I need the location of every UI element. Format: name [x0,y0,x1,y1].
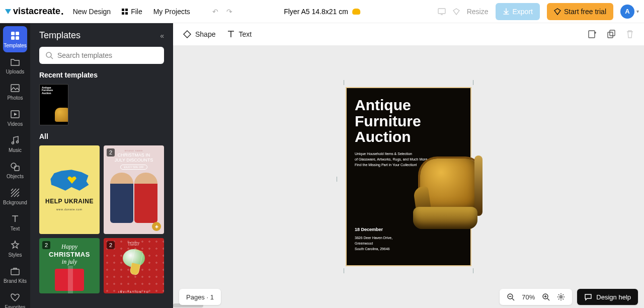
rail-objects-label: Objects [7,174,24,179]
rail-favorites[interactable]: Favorites [3,288,27,308]
rail-videos[interactable]: Videos [3,105,27,131]
canvas-stage[interactable]: Antique Furniture Auction Unique Househo… [173,45,644,308]
nav-my-projects[interactable]: My Projects [153,8,190,16]
recent-template-thumb[interactable]: Antique Furniture Auction [39,84,68,125]
design-help-button[interactable]: Design help [577,289,638,305]
export-button[interactable]: Export [496,3,540,20]
document-title-text: Flyer A5 14.8x21 cm [284,8,348,16]
account-menu[interactable]: A ▾ [620,5,639,19]
top-bar: vistacreate. New Design File My Projects… [0,0,644,23]
tool-shape-label: Shape [195,30,215,38]
template-help-ukraine[interactable]: HELP UKRAINE www.donate.com [39,145,100,234]
nav-my-projects-label: My Projects [153,8,190,16]
flyer-title-l2: Furniture [355,113,421,129]
flyer-addr-l3: South Carolina, 29646 [355,247,390,251]
top-nav: New Design File My Projects ↶ ↷ [73,8,232,16]
template-christmas-july-discounts[interactable]: 2 BRAND NAME CHRISTMAS INJULY DISCOUNTS … [104,145,164,234]
rail-brand-kits[interactable]: Brand Kits [3,262,27,288]
templates-grid-row2: 2 Happy CHRISTMAS in july 2 velkany COMP… [30,238,173,293]
zoom-level[interactable]: 70% [522,293,535,301]
svg-rect-0 [438,9,445,14]
avatar-initial: A [625,8,629,15]
svg-rect-5 [11,85,19,92]
canvas-area: Shape Text Antique Furniture [173,23,644,308]
start-trial-button[interactable]: Start free trial [547,3,613,20]
pages-indicator[interactable]: Pages · 1 [179,289,221,305]
trash-icon[interactable] [626,30,634,39]
rail-videos-label: Videos [8,121,23,127]
heart-icon [67,176,76,184]
present-icon[interactable] [438,8,446,15]
flyer-title[interactable]: Antique Furniture Auction [355,97,470,145]
redo-icon[interactable]: ↷ [226,8,232,16]
panel-title: Templates [39,30,80,41]
objects-icon [10,161,21,172]
left-icon-rail: Templates Uploads Photos Videos Music Ob… [0,23,30,308]
rail-text-label: Text [11,226,20,232]
videos-icon [10,109,21,120]
brand-kits-icon [10,266,21,277]
rail-photos[interactable]: Photos [3,79,27,105]
flyer-desc-l1: Unique Household Items & Selection [355,152,412,156]
brand-name-1: vista [13,6,34,17]
resize-button[interactable]: Resize [467,8,489,16]
artboard[interactable]: Antique Furniture Auction Unique Househo… [346,87,471,266]
file-grid-icon [122,9,128,15]
rail-uploads[interactable]: Uploads [3,52,27,79]
search-field[interactable] [39,47,164,64]
nav-new-design-label: New Design [73,8,111,16]
rail-music-label: Music [9,147,22,153]
zoom-in-icon[interactable] [542,293,550,301]
rail-templates[interactable]: Templates [3,26,27,52]
brand-logo[interactable]: vistacreate. [5,6,64,17]
main-area: Templates Uploads Photos Videos Music Ob… [0,23,644,308]
tpl2-people [110,173,157,223]
search-input[interactable] [57,51,158,59]
nav-file[interactable]: File [122,8,142,16]
add-page-icon[interactable] [588,30,597,39]
canvas-toolbar-right [588,30,634,39]
canvas-toolbar: Shape Text [173,23,644,45]
recent-thumb-l3: Auction [42,92,51,95]
avatar: A [620,5,634,19]
all-section-label: All [30,132,173,145]
logo-mark-icon [5,9,11,14]
tpl3-page-count: 2 [42,241,50,249]
rail-favorites-label: Favorites [5,304,25,308]
design-help-label: Design help [596,293,631,301]
rail-styles[interactable]: Styles [3,236,27,262]
collapse-panel-icon[interactable]: « [160,32,164,40]
panel-header: Templates « [30,30,173,47]
flyer-address[interactable]: 3826 Deer Haven Drive, Greenwood South C… [355,235,470,252]
template-velkany-invitation[interactable]: 2 velkany COMPANY INVITATION TO [104,238,164,293]
rail-music[interactable]: Music [3,131,27,157]
bottom-bar: Pages · 1 70% Design help [173,286,644,308]
tpl3-l3: in july [62,258,77,266]
svg-rect-10 [15,166,19,171]
duplicate-icon[interactable] [607,30,616,39]
nav-new-design[interactable]: New Design [73,8,111,16]
tpl2-l1: CHRISTMAS IN [118,152,150,158]
undo-icon[interactable]: ↶ [212,8,218,16]
flyer-addr-l2: Greenwood [355,242,373,245]
flyer-title-l3: Auction [355,128,411,145]
flyer-title-l1: Antique [355,97,411,113]
brand-dot: . [61,6,64,17]
rail-objects[interactable]: Objects [3,157,27,183]
zoom-out-icon[interactable] [507,293,515,301]
tpl2-brand: BRAND NAME [125,149,143,152]
document-title[interactable]: Flyer A5 14.8x21 cm [284,8,360,16]
zoom-settings-icon[interactable] [557,293,565,301]
nav-file-label: File [131,8,142,16]
rail-text[interactable]: Text [3,209,27,236]
flyer-chair-image[interactable] [405,159,480,229]
rail-uploads-label: Uploads [6,69,25,74]
save-status-icon [352,9,360,15]
start-trial-label: Start free trial [564,8,606,16]
template-happy-christmas-july[interactable]: 2 Happy CHRISTMAS in july [39,238,100,293]
rail-background[interactable]: Bckground [3,183,27,209]
premium-diamond-icon[interactable] [453,8,460,15]
tool-shape[interactable]: Shape [183,30,215,38]
templates-grid-row1: HELP UKRAINE www.donate.com 2 BRAND NAME… [30,145,173,234]
tool-text[interactable]: Text [227,30,252,38]
